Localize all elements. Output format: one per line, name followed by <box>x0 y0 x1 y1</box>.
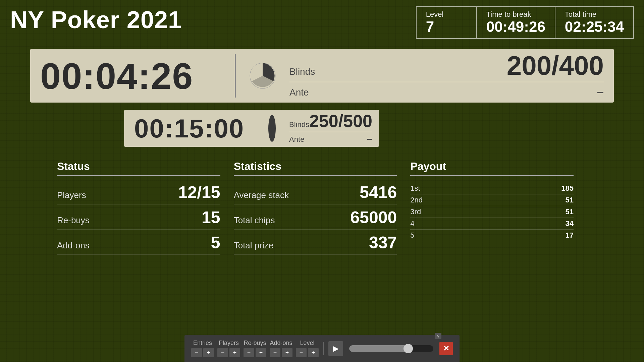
payout-place: 5 <box>410 231 414 240</box>
ante-row-primary: Ante − <box>289 85 604 100</box>
level-value: 7 <box>426 19 467 35</box>
entries-plus-button[interactable]: + <box>203 348 214 357</box>
addons-row: Add-ons 5 <box>57 233 220 255</box>
players-buttons: − + <box>217 348 240 357</box>
rebuys-control: Re-buys − + <box>244 340 266 357</box>
statistics-column: Statistics Average stack 5416 Total chip… <box>234 160 411 258</box>
avg-stack-value: 5416 <box>360 183 397 202</box>
addons-minus-button[interactable]: − <box>270 348 280 357</box>
blinds-label-secondary: Blinds <box>289 120 309 129</box>
addons-ctrl-label: Add-ons <box>270 340 292 347</box>
blinds-row-secondary: Blinds 250/500 <box>289 112 372 132</box>
statistics-title: Statistics <box>234 160 397 176</box>
payout-amount: 17 <box>566 231 574 240</box>
payout-row: 2nd 51 <box>410 194 574 206</box>
play-button[interactable]: ▶ <box>328 341 343 356</box>
payout-row: 1st 185 <box>410 183 574 194</box>
players-ctrl-label: Players <box>219 340 239 347</box>
players-plus-button[interactable]: + <box>229 348 240 357</box>
progress-track[interactable] <box>349 345 433 352</box>
timer-section: 00:04:26 Blinds 200/400 Ante − 00:15:00 <box>0 39 644 147</box>
time-to-break-label: Time to break <box>486 10 545 19</box>
addons-value: 5 <box>211 233 220 252</box>
level-label: Level <box>426 10 467 19</box>
primary-timer-display: 00:04:26 <box>40 55 225 97</box>
blinds-value-secondary: 250/500 <box>309 112 372 130</box>
payout-place: 4 <box>410 219 414 228</box>
primary-timer-card: 00:04:26 Blinds 200/400 Ante − <box>30 49 614 103</box>
secondary-timer-card: 00:15:00 Blinds 250/500 Ante − <box>124 110 379 147</box>
players-control: Players − + <box>217 340 240 357</box>
total-chips-label: Total chips <box>234 215 275 226</box>
payout-amount: 34 <box>566 219 574 228</box>
entries-minus-button[interactable]: − <box>191 348 202 357</box>
total-time-value: 02:25:34 <box>565 19 624 35</box>
players-value: 12/15 <box>178 183 220 202</box>
status-title: Status <box>57 160 220 176</box>
control-separator <box>323 342 324 355</box>
rebuys-row: Re-buys 15 <box>57 208 220 230</box>
blinds-value-primary: 200/400 <box>507 52 604 79</box>
payout-amount: 51 <box>566 207 574 216</box>
ante-label-secondary: Ante <box>289 135 304 144</box>
rebuys-value: 15 <box>202 208 220 227</box>
addons-plus-button[interactable]: + <box>282 348 292 357</box>
addons-label: Add-ons <box>57 240 90 251</box>
addons-buttons: − + <box>270 348 292 357</box>
rebuys-label: Re-buys <box>57 215 90 226</box>
level-stat: Level 7 <box>417 7 477 38</box>
blinds-label-primary: Blinds <box>289 66 315 77</box>
payout-row: 5 17 <box>410 230 574 241</box>
header-stats: Level 7 Time to break 00:49:26 Total tim… <box>416 6 634 39</box>
players-label: Players <box>57 190 86 200</box>
payout-title: Payout <box>410 160 574 176</box>
addons-control: Add-ons − + <box>270 340 292 357</box>
blinds-area-secondary: Blinds 250/500 Ante − <box>282 112 379 145</box>
header: NY Poker 2021 Level 7 Time to break 00:4… <box>0 0 644 39</box>
players-row: Players 12/15 <box>57 183 220 204</box>
total-time-label: Total time <box>565 10 624 19</box>
payout-rows: 1st 185 2nd 51 3rd 51 4 34 5 17 <box>410 183 574 241</box>
rebuys-buttons: − + <box>244 348 266 357</box>
total-prize-value: 337 <box>369 233 397 252</box>
total-chips-value: 65000 <box>350 208 397 227</box>
level-ctrl-label: Level <box>300 340 314 347</box>
players-minus-button[interactable]: − <box>217 348 228 357</box>
ante-label-primary: Ante <box>289 87 309 98</box>
ante-value-primary: − <box>597 85 604 100</box>
rebuys-minus-button[interactable]: − <box>244 348 254 357</box>
progress-fill <box>349 345 408 352</box>
timer-divider <box>235 54 236 98</box>
pie-icon <box>249 62 276 89</box>
control-bar: v Entries − + Players − + Re-buys − + Ad… <box>184 335 460 362</box>
blinds-row-primary: Blinds 200/400 <box>289 52 604 82</box>
entries-buttons: − + <box>191 348 214 357</box>
rebuys-ctrl-label: Re-buys <box>244 340 266 347</box>
total-chips-row: Total chips 65000 <box>234 208 397 230</box>
total-time-stat: Total time 02:25:34 <box>555 7 633 38</box>
stats-section: Status Players 12/15 Re-buys 15 Add-ons … <box>0 147 644 258</box>
avg-stack-row: Average stack 5416 <box>234 183 397 204</box>
secondary-timer-display: 00:15:00 <box>134 113 262 144</box>
ante-value-secondary: − <box>367 134 372 145</box>
timer-icon-area <box>246 62 279 89</box>
total-prize-label: Total prize <box>234 240 274 251</box>
payout-column: Payout 1st 185 2nd 51 3rd 51 4 34 5 17 <box>410 160 587 258</box>
avg-stack-label: Average stack <box>234 190 289 200</box>
payout-row: 4 34 <box>410 218 574 230</box>
progress-thumb <box>404 344 413 353</box>
level-minus-button[interactable]: − <box>296 348 307 357</box>
level-plus-button[interactable]: + <box>308 348 319 357</box>
time-to-break-stat: Time to break 00:49:26 <box>477 7 555 38</box>
payout-row: 3rd 51 <box>410 206 574 218</box>
blinds-area-primary: Blinds 200/400 Ante − <box>279 52 614 100</box>
payout-place: 1st <box>410 184 420 193</box>
payout-place: 3rd <box>410 207 421 216</box>
time-to-break-value: 00:49:26 <box>486 19 545 35</box>
ante-row-secondary: Ante − <box>289 134 372 145</box>
total-prize-row: Total prize 337 <box>234 233 397 255</box>
payout-amount: 51 <box>566 196 574 204</box>
close-button[interactable]: ✕ <box>439 342 453 355</box>
rebuys-plus-button[interactable]: + <box>256 348 266 357</box>
level-control: Level − + <box>296 340 319 357</box>
